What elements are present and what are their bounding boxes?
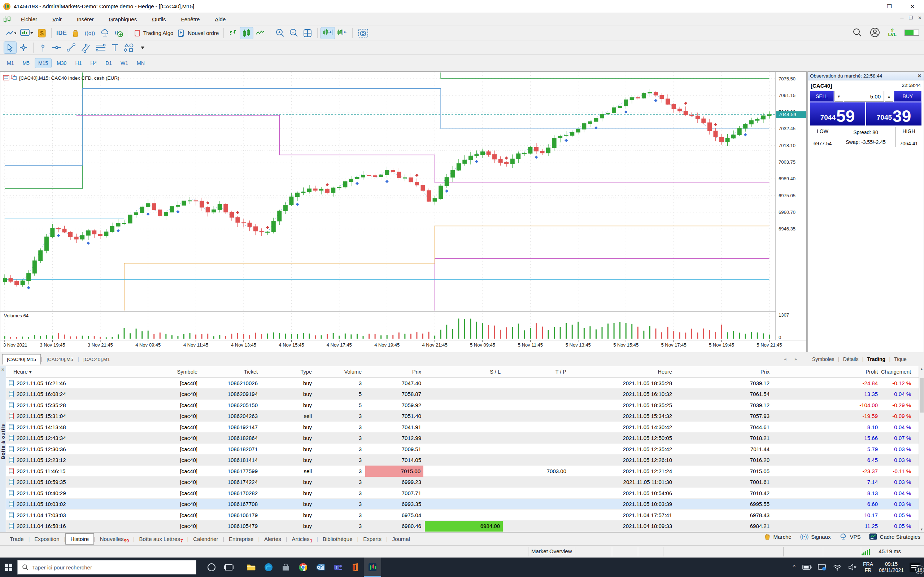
table-row[interactable]: 2021.11.05 16:21:46[cac40]1086210026buy3… (6, 377, 919, 389)
store-icon[interactable] (277, 558, 294, 577)
tray-chevron-icon[interactable]: ⌃ (792, 564, 796, 571)
zoom-in-icon[interactable] (274, 27, 287, 39)
sell-button[interactable]: SELL (810, 91, 834, 102)
table-scrollbar[interactable]: ▲ ▼ (919, 366, 924, 532)
notification-center-icon[interactable]: 16 (909, 562, 921, 572)
mdi-restore-icon[interactable]: ❐ (908, 15, 913, 21)
bottom-tab-articles[interactable]: Articles1 (287, 534, 317, 544)
candles-chart-icon[interactable] (240, 27, 253, 39)
timeframe-m15[interactable]: M15 (35, 58, 51, 68)
screenshot-camera-icon[interactable] (356, 27, 370, 39)
volume-decrement-stepper[interactable]: ▼ (835, 91, 843, 102)
vertical-line-icon[interactable] (37, 42, 49, 53)
panel-tab-symboles[interactable]: Symboles (809, 354, 838, 364)
market-link[interactable]: Marché (764, 533, 792, 540)
menu-item-fichier[interactable]: Fichier (16, 14, 42, 24)
channel-icon[interactable] (79, 42, 92, 53)
scroll-up-icon[interactable]: ▲ (919, 367, 924, 371)
buy-button[interactable]: BUY (894, 91, 921, 102)
metatrader-taskbar-icon[interactable] (364, 558, 381, 577)
mdi-close-icon[interactable]: ✕ (918, 15, 922, 21)
timeframe-h4[interactable]: H4 (87, 58, 100, 68)
cortana-icon[interactable] (203, 558, 220, 577)
bottom-tab-exposition[interactable]: Exposition (30, 534, 64, 544)
new-order-button[interactable]: Nouvel ordre (175, 27, 220, 39)
edge-browser-icon[interactable] (260, 558, 277, 577)
menu-item-graphiques[interactable]: Graphiques (104, 14, 142, 24)
tabs-scroll-left-icon[interactable]: ◂ (782, 356, 789, 362)
panel-tab-trading[interactable]: Trading (864, 354, 889, 364)
deposit-dollar-icon[interactable]: $ (36, 27, 48, 39)
column-header-7[interactable]: T / P (506, 366, 566, 377)
horizontal-line-icon[interactable] (50, 42, 63, 53)
speaker-muted-icon[interactable] (848, 564, 857, 571)
text-tool-icon[interactable] (109, 42, 121, 53)
zoom-out-icon[interactable] (287, 27, 300, 39)
tabs-scroll-right-icon[interactable]: ▸ (793, 356, 800, 362)
bottom-tab-boîteauxlettres[interactable]: Boîte aux Lettres7 (135, 534, 187, 544)
shift-end-icon[interactable] (321, 27, 334, 39)
column-header-0[interactable]: Heure ▾ (13, 366, 32, 377)
table-row[interactable]: 2021.11.05 10:03:02[cac40]1086167708buy3… (6, 499, 919, 510)
panel-tab-tique[interactable]: Tique (890, 354, 910, 364)
language-indicator[interactable]: FRAFR (863, 561, 873, 574)
timeframe-m30[interactable]: M30 (53, 58, 69, 68)
menu-item-aide[interactable]: Aide (210, 14, 231, 24)
timeframe-mn[interactable]: MN (134, 58, 148, 68)
timeframe-h1[interactable]: H1 (72, 58, 85, 68)
column-header-6[interactable]: S / L (427, 366, 501, 377)
panel-tab-dtails[interactable]: Détails (840, 354, 862, 364)
outlook-icon[interactable] (312, 558, 329, 577)
mdi-minimize-icon[interactable]: ─ (900, 15, 903, 21)
cursor-icon[interactable] (4, 42, 16, 53)
close-button[interactable]: ✕ (901, 0, 924, 13)
column-header-4[interactable]: Volume (318, 366, 362, 377)
bottom-tab-alertes[interactable]: Alertes (260, 534, 286, 544)
market-watch-icon[interactable] (18, 27, 35, 39)
timeframe-w1[interactable]: W1 (117, 58, 131, 68)
table-row[interactable]: 2021.11.05 12:30:36[cac40]1086182071buy3… (6, 443, 919, 455)
bottom-tab-entreprise[interactable]: Entreprise (224, 534, 258, 544)
bottom-tab-nouvelles[interactable]: Nouvelles99 (95, 534, 133, 544)
volume-input[interactable]: 5.00 (844, 91, 884, 102)
chart-profile-icon[interactable] (4, 27, 18, 39)
table-row[interactable]: 2021.11.05 12:43:34[cac40]1086182864buy3… (6, 433, 919, 444)
buy-price-tile[interactable]: 7045 39 (866, 102, 921, 126)
more-tools-chevron-icon[interactable] (136, 42, 149, 53)
wifi-icon[interactable] (833, 564, 842, 571)
column-header-3[interactable]: Type (263, 366, 312, 377)
bottom-tab-calendrier[interactable]: Calendrier (188, 534, 223, 544)
menu-item-fentre[interactable]: Fenêtre (176, 14, 205, 24)
menu-item-outils[interactable]: Outils (147, 14, 171, 24)
ide-button[interactable]: IDE (55, 27, 69, 39)
search-icon[interactable] (853, 28, 862, 37)
sell-price-tile[interactable]: 7044 59 (810, 102, 865, 126)
table-row[interactable]: 2021.11.05 15:31:04[cac40]1086204263sell… (6, 411, 919, 422)
time-axis[interactable]: 3 Nov 20213 Nov 19:453 Nov 21:454 Nov 09… (3, 340, 782, 348)
market-watch-close-icon[interactable]: ✕ (918, 73, 921, 79)
toolbox-close-icon[interactable]: ✕ (1, 367, 5, 372)
table-row[interactable]: 2021.11.05 15:35:28[cac40]1086205150buy5… (6, 400, 919, 411)
timeframe-m5[interactable]: M5 (19, 58, 32, 68)
cast-display-icon[interactable] (817, 563, 827, 571)
market-bag-icon[interactable] (69, 27, 82, 39)
market-watch-header[interactable]: Observation du marché: 22:58:44 ✕ (808, 72, 924, 81)
volume-increment-stepper[interactable]: ▲ (885, 91, 893, 102)
teams-icon[interactable]: T (329, 558, 347, 577)
price-chart-canvas[interactable]: 7075.507061.157046.807032.457018.107003.… (0, 72, 806, 352)
tile-windows-icon[interactable] (301, 27, 314, 39)
bottom-tab-trade[interactable]: Trade (5, 534, 29, 544)
strategy-tester-link[interactable]: Cadre Stratégies (869, 533, 921, 540)
chrome-icon[interactable] (294, 558, 312, 577)
menu-item-voir[interactable]: Voir (47, 14, 67, 24)
column-header-8[interactable]: Heure (572, 366, 672, 377)
bottom-tab-bibliothèque[interactable]: Bibliothèque (318, 534, 357, 544)
column-header-1[interactable]: Symbole (122, 366, 197, 377)
algo-subscribe-icon[interactable] (113, 27, 126, 39)
column-header-10[interactable]: Profit (775, 366, 878, 377)
bottom-tab-journal[interactable]: Journal (388, 534, 415, 544)
scroll-down-icon[interactable]: ▼ (919, 528, 924, 531)
taskbar-search-input[interactable]: Taper ici pour rechercher (17, 560, 196, 574)
table-row[interactable]: 2021.11.05 16:08:24[cac40]1086209194buy5… (6, 389, 919, 400)
minimize-button[interactable]: ─ (855, 0, 878, 13)
